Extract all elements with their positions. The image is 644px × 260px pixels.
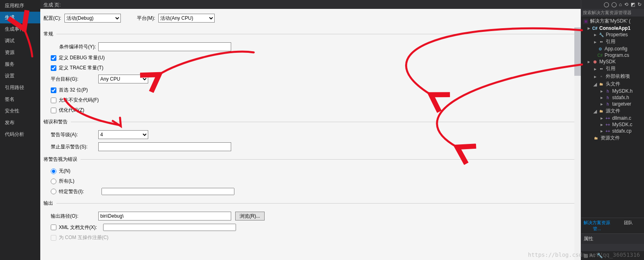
refresh-icon[interactable]: ↻ bbox=[638, 2, 642, 7]
csharp-project-icon: C# bbox=[592, 25, 598, 31]
properties-node[interactable]: ▸🔧Properties bbox=[581, 31, 644, 38]
tab-solution-explorer[interactable]: 解决方案资源管... bbox=[581, 218, 613, 233]
section-treat-warnings: 将警告视为错误 bbox=[43, 156, 77, 163]
conditional-symbols-input[interactable] bbox=[98, 42, 231, 51]
show-all-icon[interactable]: ◩ bbox=[631, 2, 635, 7]
chevron-right-icon[interactable]: ▸ bbox=[600, 88, 603, 94]
home-icon[interactable]: ⌂ bbox=[619, 2, 622, 7]
nav-application[interactable]: 应用程序 bbox=[0, 0, 40, 12]
references-icon: ▪▪ bbox=[598, 66, 604, 72]
references-node-2[interactable]: ▸▪▪引用 bbox=[581, 65, 644, 73]
warning-level-select[interactable]: 4 bbox=[98, 130, 148, 139]
file-targetver[interactable]: ▸htargetver bbox=[581, 101, 644, 107]
tab-team[interactable]: 团队 bbox=[613, 218, 644, 233]
wrench-icon: 🔧 bbox=[598, 32, 604, 37]
nav-security[interactable]: 安全性 bbox=[0, 105, 40, 117]
nav-signing[interactable]: 签名 bbox=[0, 94, 40, 105]
allow-unsafe-label: 允许不安全代码(F) bbox=[59, 97, 99, 104]
project-consoleapp[interactable]: ▸C#ConsoleApp1 bbox=[581, 25, 644, 31]
treat-specific-radio[interactable] bbox=[51, 189, 56, 194]
chevron-right-icon[interactable]: ▸ bbox=[593, 39, 597, 45]
warning-level-label: 警告等级(A): bbox=[51, 131, 98, 138]
sync-icon[interactable]: ⟲ bbox=[624, 2, 628, 7]
treat-all-radio[interactable] bbox=[51, 179, 56, 184]
optimize-label: 优化代码(Z) bbox=[59, 107, 84, 114]
nav-code-analysis[interactable]: 代码分析 bbox=[0, 129, 40, 140]
browse-button[interactable]: 浏览(R)... bbox=[235, 212, 265, 220]
chevron-right-icon[interactable]: ▸ bbox=[600, 122, 603, 127]
treat-specific-label: 特定警告(I): bbox=[59, 188, 99, 195]
nav-services[interactable]: 服务 bbox=[0, 58, 40, 70]
chevron-right-icon[interactable]: ▸ bbox=[600, 115, 603, 121]
chevron-down-icon[interactable]: ▸ bbox=[587, 25, 590, 31]
chevron-right-icon[interactable]: ▸ bbox=[593, 32, 597, 37]
com-interop-checkbox bbox=[51, 235, 56, 241]
references-icon: ▪▪ bbox=[598, 39, 604, 45]
back-icon[interactable]: ◯ bbox=[604, 2, 609, 7]
project-mysdk[interactable]: ▸⬢MySDK bbox=[581, 58, 644, 65]
header-file-icon: h bbox=[605, 95, 611, 100]
suppress-warnings-input[interactable] bbox=[98, 142, 231, 151]
chevron-down-icon[interactable]: ◢ bbox=[593, 81, 597, 87]
headers-folder[interactable]: ◢🖿头文件 bbox=[581, 80, 644, 88]
nav-settings[interactable]: 设置 bbox=[0, 70, 40, 82]
forward-icon[interactable]: ◯ bbox=[611, 2, 617, 7]
config-icon: ⚙ bbox=[597, 46, 603, 52]
properties-icon[interactable]: 🔧 bbox=[597, 253, 603, 258]
solution-node[interactable]: ▣解决方案'MySDK' ( bbox=[581, 17, 644, 25]
output-path-input[interactable] bbox=[98, 212, 231, 220]
nav-reference-paths[interactable]: 引用路径 bbox=[0, 82, 40, 94]
alphabetical-icon[interactable]: A↓ bbox=[590, 253, 595, 258]
treat-none-radio[interactable] bbox=[51, 168, 56, 174]
chevron-down-icon[interactable]: ◢ bbox=[593, 108, 597, 114]
file-dllmain[interactable]: ▸++dllmain.c bbox=[581, 115, 644, 121]
optimize-checkbox[interactable] bbox=[51, 108, 56, 113]
platform-target-select[interactable]: Any CPU bbox=[98, 75, 148, 83]
resources-folder[interactable]: 🖿资源文件 bbox=[581, 134, 644, 142]
solution-tree: ▣解决方案'MySDK' ( ▸C#ConsoleApp1 ▸🔧Properti… bbox=[581, 17, 644, 218]
categorized-icon[interactable]: ▦ bbox=[584, 253, 588, 258]
allow-unsafe-checkbox[interactable] bbox=[51, 98, 56, 103]
chevron-right-icon[interactable]: ▸ bbox=[593, 66, 597, 72]
treat-specific-input[interactable] bbox=[101, 188, 234, 195]
external-deps-node[interactable]: ▸▫外部依赖项 bbox=[581, 73, 644, 80]
platform-select[interactable]: 活动(Any CPU) bbox=[158, 14, 215, 23]
define-debug-checkbox[interactable] bbox=[51, 55, 56, 61]
sources-folder[interactable]: ◢🖿源文件 bbox=[581, 107, 644, 115]
xml-doc-input[interactable] bbox=[103, 224, 236, 231]
define-trace-checkbox[interactable] bbox=[51, 65, 56, 71]
file-stdafx-cpp[interactable]: ▸++stdafx.cp bbox=[581, 128, 644, 134]
file-mysdk-c[interactable]: ▸++MySDK.c bbox=[581, 121, 644, 128]
solution-icon: ▣ bbox=[583, 19, 588, 24]
chevron-right-icon[interactable]: ▸ bbox=[600, 101, 603, 107]
cpp-project-icon: ⬢ bbox=[592, 59, 598, 64]
prefer-32bit-checkbox[interactable] bbox=[51, 87, 56, 93]
properties-object-select[interactable] bbox=[581, 244, 644, 251]
references-node[interactable]: ▸▪▪引用 bbox=[581, 38, 644, 46]
nav-publish[interactable]: 发布 bbox=[0, 117, 40, 129]
xml-doc-checkbox[interactable] bbox=[51, 225, 56, 230]
chevron-right-icon[interactable]: ▸ bbox=[600, 95, 603, 100]
scrollbar[interactable] bbox=[574, 27, 581, 260]
folder-icon: 🖿 bbox=[598, 81, 604, 87]
nav-debug[interactable]: 调试 bbox=[0, 35, 40, 47]
file-programcs[interactable]: C#Program.cs bbox=[581, 52, 644, 58]
configuration-select[interactable]: 活动(Debug) bbox=[64, 14, 121, 23]
build-settings-pane: 生成 页: 配置(C): 活动(Debug) 平台(M): 活动(Any CPU… bbox=[40, 0, 581, 260]
section-warnings: 错误和警告 bbox=[43, 119, 68, 125]
page-title: 生成 页: bbox=[40, 0, 581, 9]
define-debug-label: 定义 DEBUG 常量(U) bbox=[59, 54, 105, 61]
file-stdafx-h[interactable]: ▸hstdafx.h bbox=[581, 94, 644, 101]
chevron-right-icon[interactable]: ▸ bbox=[600, 128, 603, 134]
nav-build-events[interactable]: 生成事件 bbox=[0, 23, 40, 35]
file-mysdk-h[interactable]: ▸hMySDK.h bbox=[581, 88, 644, 94]
file-appconfig[interactable]: ⚙App.config bbox=[581, 46, 644, 52]
solution-search[interactable]: 搜索解决方案资源管理器 bbox=[581, 9, 644, 17]
chevron-right-icon[interactable]: ▸ bbox=[593, 74, 597, 79]
nav-build[interactable]: 生成 bbox=[0, 12, 40, 23]
prefer-32bit-label: 首选 32 位(P) bbox=[59, 87, 88, 94]
define-trace-label: 定义 TRACE 常量(T) bbox=[59, 64, 104, 71]
chevron-down-icon[interactable]: ▸ bbox=[587, 59, 590, 64]
header-file-icon: h bbox=[605, 101, 611, 107]
nav-resources[interactable]: 资源 bbox=[0, 47, 40, 58]
